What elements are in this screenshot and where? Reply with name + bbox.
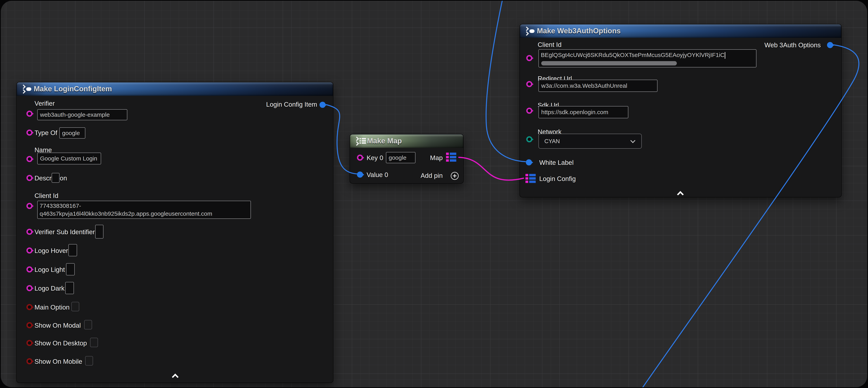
show-on-modal-checkbox[interactable] xyxy=(84,320,92,329)
pin-label-value-0: Value 0 xyxy=(367,171,388,179)
pin-label-login-config-item-output: Login Config Item xyxy=(266,101,317,108)
logo-hover-input[interactable] xyxy=(68,244,77,256)
pin-value-0[interactable] xyxy=(357,172,363,178)
pin-description[interactable] xyxy=(26,175,33,181)
key-0-input[interactable]: google xyxy=(386,152,415,163)
wire-map-to-login-config[interactable] xyxy=(459,157,524,180)
pin-logo-light[interactable] xyxy=(26,266,33,272)
text-cursor xyxy=(725,52,725,59)
key-0-value: google xyxy=(389,154,406,161)
pin-label-verifier-sub-identifier: Verifier Sub Identifier xyxy=(34,228,95,236)
pin-show-on-modal[interactable] xyxy=(26,322,33,328)
pin-label-logo-hover: Logo Hover xyxy=(34,247,68,255)
pin-label-white-label: White Label xyxy=(539,159,574,167)
pin-label-client-id: Client Id xyxy=(538,41,561,49)
show-on-desktop-checkbox[interactable] xyxy=(90,338,98,347)
add-pin-icon[interactable] xyxy=(451,172,459,180)
client-id-value: BEglQSgt4cUWcj6SKRdu5QkOXTsePmMcusG5EAoy… xyxy=(541,52,724,58)
pin-verifier-sub-identifier[interactable] xyxy=(26,229,33,235)
network-dropdown[interactable]: CYAN xyxy=(538,134,642,149)
main-option-checkbox[interactable] xyxy=(71,302,79,311)
node-title: Make Map xyxy=(367,135,402,147)
show-on-mobile-checkbox[interactable] xyxy=(85,356,93,365)
pin-map-output[interactable] xyxy=(446,153,456,162)
pin-main-option[interactable] xyxy=(26,304,33,310)
type-of-login-value: google xyxy=(62,130,80,137)
node-header-make-map[interactable]: Make Map xyxy=(350,135,463,148)
logo-light-input[interactable] xyxy=(66,263,75,275)
client-id-scrollbar[interactable] xyxy=(541,61,677,65)
make-struct-icon xyxy=(525,27,534,35)
type-of-login-input[interactable]: google xyxy=(59,127,85,139)
pin-network[interactable] xyxy=(526,136,532,142)
pin-white-label[interactable] xyxy=(526,159,532,166)
redirect-url-input[interactable]: w3a://com.w3a.Web3AuthUnreal xyxy=(538,80,657,92)
chevron-down-icon xyxy=(630,138,635,143)
node-title: Make Web3AuthOptions xyxy=(537,25,621,37)
pin-logo-dark[interactable] xyxy=(26,285,33,291)
pin-login-config-item-output[interactable] xyxy=(319,102,326,108)
pin-logo-hover[interactable] xyxy=(26,247,33,253)
logo-dark-input[interactable] xyxy=(65,282,74,294)
client-id-input[interactable]: BEglQSgt4cUWcj6SKRdu5QkOXTsePmMcusG5EAoy… xyxy=(538,49,756,67)
sdk-url-input[interactable]: https://sdk.openlogin.com xyxy=(538,106,628,118)
pin-label-logo-light: Logo Light xyxy=(34,266,65,273)
node-header-make-login-config-item[interactable]: Make LoginConfigItem xyxy=(17,82,333,96)
make-struct-icon xyxy=(22,85,31,93)
pin-web3auth-options-output[interactable] xyxy=(827,42,833,48)
pin-type-of-login[interactable] xyxy=(26,129,33,136)
client-id-input[interactable]: 774338308167- q463s7kpvja16l4l0kko3nb925… xyxy=(37,201,251,219)
node-make-login-config-item[interactable]: Make LoginConfigItem Login Config Item V… xyxy=(17,82,333,383)
name-value: Google Custom Login xyxy=(40,155,97,162)
pin-label-map-output: Map xyxy=(430,154,443,162)
pin-client-id[interactable] xyxy=(26,203,33,209)
pin-label-show-on-desktop: Show On Desktop xyxy=(34,339,87,347)
pin-show-on-desktop[interactable] xyxy=(26,340,33,346)
pin-verifier[interactable] xyxy=(26,111,33,117)
pin-label-logo-dark: Logo Dark xyxy=(34,285,64,292)
pin-label-web3auth-options-output: Web 3Auth Options xyxy=(764,41,821,49)
blueprint-graph-canvas[interactable]: Make LoginConfigItem Login Config Item V… xyxy=(1,1,867,387)
verifier-sub-identifier-input[interactable] xyxy=(95,225,103,239)
make-map-icon xyxy=(355,137,365,145)
pin-label-client-id: Client Id xyxy=(34,192,58,200)
client-id-line2: q463s7kpvja16l4l0kko3nb925ikds2p.apps.go… xyxy=(40,210,249,218)
pin-label-show-on-mobile: Show On Mobile xyxy=(34,358,82,365)
pin-client-id[interactable] xyxy=(526,55,532,61)
pin-key-0[interactable] xyxy=(357,155,363,161)
pin-redirect-url[interactable] xyxy=(526,81,532,87)
pin-name[interactable] xyxy=(26,156,33,162)
description-input[interactable] xyxy=(52,173,60,183)
node-make-web3auth-options[interactable]: Make Web3AuthOptions Client Id Web 3Auth… xyxy=(520,24,842,197)
pin-label-verifier: Verifier xyxy=(34,100,55,107)
verifier-input[interactable]: web3auth-google-example xyxy=(37,109,127,120)
name-input[interactable]: Google Custom Login xyxy=(37,153,101,165)
collapse-node-chevron-icon[interactable] xyxy=(677,190,683,195)
pin-label-login-config: Login Config xyxy=(539,175,576,183)
pin-sdk-url[interactable] xyxy=(526,108,532,114)
add-pin-label: Add pin xyxy=(421,172,443,179)
pin-label-key-0: Key 0 xyxy=(367,154,383,162)
redirect-url-value: w3a://com.w3a.Web3AuthUnreal xyxy=(541,82,627,89)
pin-login-config[interactable] xyxy=(525,174,536,183)
pin-label-description: Description xyxy=(34,175,67,182)
node-make-map[interactable]: Make Map Key 0 google Map Value 0 Add pi… xyxy=(350,134,464,184)
verifier-value: web3auth-google-example xyxy=(40,111,110,118)
collapse-node-chevron-icon[interactable] xyxy=(172,373,178,378)
network-selected-value: CYAN xyxy=(545,138,560,145)
sdk-url-value: https://sdk.openlogin.com xyxy=(541,109,608,116)
pin-label-show-on-modal: Show On Modal xyxy=(34,322,81,329)
node-title: Make LoginConfigItem xyxy=(34,82,112,95)
pin-label-main-option: Main Option xyxy=(34,304,69,311)
node-header-make-web3auth-options[interactable]: Make Web3AuthOptions xyxy=(520,25,841,38)
client-id-line1: 774338308167- xyxy=(40,202,249,210)
pin-show-on-mobile[interactable] xyxy=(26,358,33,364)
